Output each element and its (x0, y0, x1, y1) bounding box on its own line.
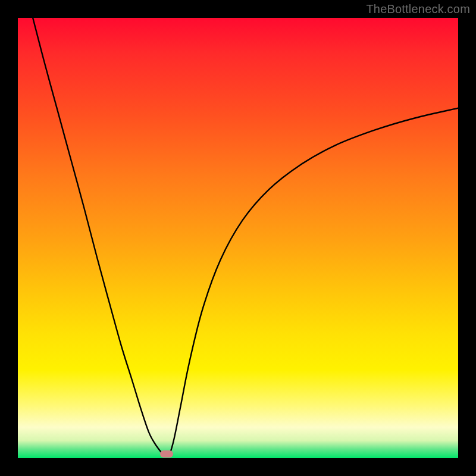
bottleneck-curve (18, 18, 458, 458)
optimum-marker (160, 450, 173, 458)
chart-frame: TheBottleneck.com (0, 0, 476, 476)
watermark-text: TheBottleneck.com (366, 2, 470, 16)
plot-area (18, 18, 458, 458)
